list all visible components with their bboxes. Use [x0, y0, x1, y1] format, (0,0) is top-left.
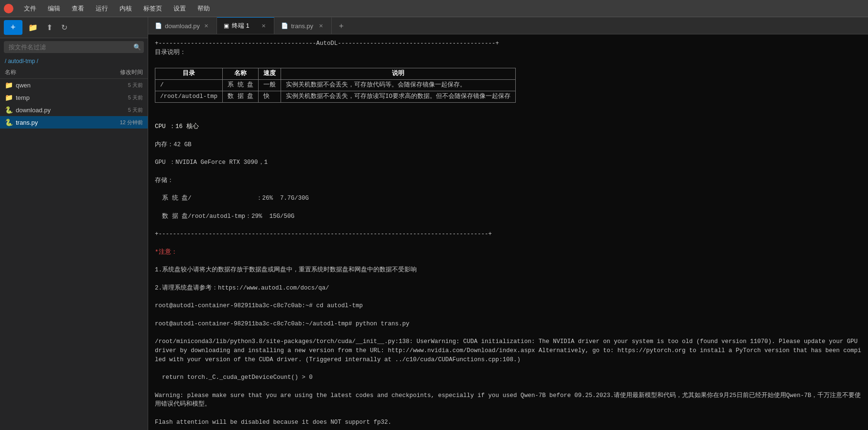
gpu-line: GPU ：NVIDIA GeForce RTX 3090，1	[155, 159, 268, 166]
tab-bar: 📄 download.py ✕ ▣ 终端 1 ✕ 📄 trans.py ✕ ＋	[148, 17, 868, 34]
refresh-icon: ↻	[61, 23, 67, 32]
breadcrumb: / autodl-tmp /	[0, 56, 148, 66]
svg-point-0	[6, 6, 11, 11]
list-item[interactable]: 📁 qwen 5 天前	[0, 79, 148, 91]
file-time: 5 天前	[128, 94, 143, 101]
file-time: 5 天前	[128, 82, 143, 89]
search-bar: 🔍	[4, 41, 144, 53]
cmd2-text: root@autodl-container-982911ba3c-c8c7c0a…	[155, 321, 410, 327]
menu-run[interactable]: 运行	[91, 2, 113, 15]
storage-label: 存储：	[155, 177, 174, 184]
menu-settings[interactable]: 设置	[169, 2, 191, 15]
mem-text: 内存：42 GB	[155, 141, 192, 148]
warning1-text: /root/miniconda3/lib/python3.8/site-pack…	[155, 338, 861, 363]
menu-bar: 文件 编辑 查看 运行 内核 标签页 设置 帮助	[0, 0, 868, 17]
breadcrumb-text: / autodl-tmp /	[5, 58, 38, 64]
new-file-button[interactable]: +	[4, 20, 22, 35]
tab-label: download.py	[165, 22, 200, 30]
storage-sys-line: 系 统 盘/ ：26% 7.7G/30G	[155, 195, 309, 202]
file-name: trans.py	[16, 119, 117, 126]
file-name: download.py	[16, 107, 125, 114]
warning2-text: Warning: please make sure that you are u…	[155, 392, 861, 408]
terminal-output[interactable]: +---------------------------------------…	[148, 34, 868, 430]
search-input[interactable]	[7, 41, 133, 53]
file-list: 📁 qwen 5 天前 📁 temp 5 天前 🐍 download.py 5 …	[0, 79, 148, 430]
terminal-icon: ▣	[224, 22, 229, 29]
menu-tags[interactable]: 标签页	[139, 2, 167, 15]
file-name: qwen	[16, 82, 125, 89]
sidebar: + 📁 ⬆ ↻ 🔍 / autodl-tmp / 名称 修改时间 📁	[0, 17, 148, 430]
menu-edit[interactable]: 编辑	[43, 2, 65, 15]
sidebar-toolbar: + 📁 ⬆ ↻	[0, 17, 148, 38]
list-item[interactable]: 📁 temp 5 天前	[0, 91, 148, 104]
open-folder-button[interactable]: 📁	[25, 21, 41, 34]
notice2-text: 2.请理系统盘请参考：https://www.autodl.com/docs/q…	[155, 285, 329, 291]
cmd1: root@autodl-container-982911ba3c-c8c7c0a…	[155, 302, 363, 309]
list-item[interactable]: 🐍 trans.py 12 分钟前	[0, 116, 148, 129]
file-icon: 📄	[281, 22, 288, 29]
storage-data-line: 数 据 盘/root/autodl-tmp：29% 15G/50G	[155, 213, 294, 220]
tab-label: trans.py	[291, 22, 313, 30]
folder-icon: 📁	[28, 23, 38, 32]
tab-close-button[interactable]: ✕	[317, 22, 325, 30]
list-item[interactable]: 🐍 download.py 5 天前	[0, 104, 148, 116]
add-tab-button[interactable]: ＋	[332, 18, 351, 34]
file-icon: 📄	[155, 22, 162, 29]
file-list-header: 名称 修改时间	[0, 66, 148, 79]
py-icon: 🐍	[5, 118, 13, 126]
tab-terminal-1[interactable]: ▣ 终端 1 ✕	[217, 17, 274, 34]
warning1b-text: return torch._C._cuda_getDeviceCount() >…	[155, 374, 313, 381]
app-logo	[4, 4, 13, 13]
terminal-content: +---------------------------------------…	[155, 40, 861, 430]
tab-download-py[interactable]: 📄 download.py ✕	[148, 17, 217, 34]
upload-button[interactable]: ⬆	[43, 21, 55, 34]
file-time: 5 天前	[128, 107, 143, 114]
content-area: 📄 download.py ✕ ▣ 终端 1 ✕ 📄 trans.py ✕ ＋ …	[148, 17, 868, 430]
main-area: + 📁 ⬆ ↻ 🔍 / autodl-tmp / 名称 修改时间 📁	[0, 17, 868, 430]
upload-icon: ⬆	[46, 23, 53, 32]
notice1-text: 1.系统盘较小请将大的数据存放于数据盘或网盘中，重置系统时数据盘和网盘中的数据不…	[155, 267, 417, 273]
col-name: 名称	[5, 68, 16, 76]
folder-icon: 📁	[5, 94, 13, 101]
tab-close-button[interactable]: ✕	[203, 22, 210, 30]
cpu-line: CPU ：16 核心	[155, 123, 199, 130]
directory-table: 目录名称速度说明 /系 统 盘一般实例关机数据不会丢失，可存放代码等。会随保存镜…	[155, 68, 516, 102]
tab-label: 终端 1	[232, 22, 250, 30]
search-icon: 🔍	[133, 43, 141, 51]
warning3-text: Flash attention will be disabled because…	[155, 419, 391, 426]
refresh-button[interactable]: ↻	[58, 21, 70, 34]
menu-file[interactable]: 文件	[19, 2, 41, 15]
tab-trans-py[interactable]: 📄 trans.py ✕	[274, 17, 332, 34]
file-time: 12 分钟前	[120, 119, 143, 126]
tab-close-button[interactable]: ✕	[260, 22, 267, 30]
col-mtime: 修改时间	[120, 68, 143, 76]
file-name: temp	[16, 94, 125, 101]
py-icon: 🐍	[5, 106, 13, 114]
folder-icon: 📁	[5, 81, 13, 89]
menu-view[interactable]: 查看	[67, 2, 89, 15]
notice-title: *注意：	[155, 249, 177, 256]
menu-help[interactable]: 帮助	[193, 2, 215, 15]
menu-kernel[interactable]: 内核	[115, 2, 137, 15]
